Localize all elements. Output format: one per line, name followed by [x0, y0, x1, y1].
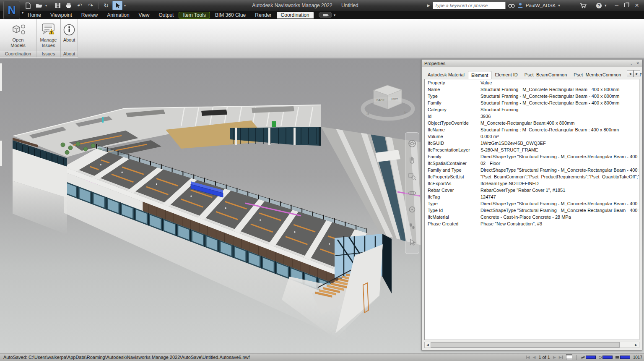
table-row[interactable]: IfcMaterialConcrete - Cast-in-Place Conc…: [425, 214, 639, 220]
refresh-button[interactable]: ↻: [101, 1, 111, 10]
print-button[interactable]: [64, 1, 73, 10]
compass-south-label[interactable]: S: [366, 111, 369, 116]
panel-close-icon[interactable]: ✕: [636, 61, 639, 65]
next-sheet-icon[interactable]: ▶: [553, 355, 556, 359]
select-tool-button[interactable]: [112, 1, 122, 10]
table-row[interactable]: Phase CreatedPhase "New Construction", #…: [425, 220, 639, 227]
about-button[interactable]: About: [61, 19, 78, 43]
table-row[interactable]: IfcPresentationLayerS-280-M_STRUCT_FRAME: [425, 146, 639, 153]
ribbon-display-camera-icon[interactable]: [319, 12, 332, 18]
first-sheet-icon[interactable]: ◀: [526, 355, 530, 359]
open-models-button[interactable]: Open Models: [6, 19, 30, 48]
hscroll-right-icon[interactable]: ▶: [633, 343, 639, 347]
property-name: IfcSpatialContainer: [425, 160, 480, 167]
ribbon-tab-output[interactable]: Output: [154, 12, 178, 18]
search-binoculars-icon[interactable]: [508, 3, 515, 8]
infocenter-expand-icon[interactable]: ▶: [427, 3, 430, 8]
tab-scroll-right-icon[interactable]: ▶: [634, 70, 640, 77]
autosave-status-text: AutoSaved: C:\Users\walkerpa\AppData\Roa…: [0, 355, 526, 360]
properties-tab-element[interactable]: Element: [468, 71, 491, 79]
minimize-button[interactable]: ─: [615, 3, 618, 8]
ribbon-options-dropdown-icon[interactable]: ▾: [334, 13, 336, 17]
building-model-3d[interactable]: [0, 58, 421, 353]
save-button[interactable]: [53, 1, 62, 10]
table-row[interactable]: Rebar CoverRebarCoverType "Rebar Cover 1…: [425, 187, 639, 194]
new-file-button[interactable]: [23, 1, 33, 10]
pan-hand-icon[interactable]: [408, 155, 417, 165]
compass-east-label[interactable]: E: [404, 110, 407, 115]
select-dropdown-icon[interactable]: ▾: [124, 4, 126, 8]
hscroll-thumb[interactable]: [431, 342, 620, 348]
restore-button[interactable]: [624, 3, 629, 8]
table-row[interactable]: Type IdDirectShapeType "Structural Frami…: [425, 207, 639, 214]
search-input[interactable]: [433, 2, 506, 9]
help-icon[interactable]: ?: [596, 3, 602, 9]
viewcube-face-left-label[interactable]: LEFT: [391, 98, 398, 101]
application-menu-button[interactable]: N ▾: [3, 1, 20, 19]
manage-issues-button[interactable]: Manage Issues: [37, 19, 60, 48]
navigation-bar[interactable]: [405, 132, 419, 254]
properties-tab-element-id[interactable]: Element ID: [491, 71, 521, 79]
ribbon-tab-render[interactable]: Render: [251, 12, 275, 18]
look-around-icon[interactable]: [408, 205, 417, 214]
app-store-cart-icon[interactable]: [579, 3, 587, 8]
table-row[interactable]: IfcExportAsIfcBeamType.NOTDEFINED: [425, 180, 639, 187]
last-sheet-icon[interactable]: ▶: [559, 355, 563, 359]
table-row[interactable]: CategoryStructural Framing: [425, 106, 639, 113]
select-arrow-icon[interactable]: [408, 238, 417, 247]
redo-button[interactable]: ↷: [86, 1, 95, 10]
panel-position-icon[interactable]: ⌄: [630, 61, 633, 65]
table-row[interactable]: TypeStructural Framing - M_Concrete-Rect…: [425, 93, 639, 99]
steering-wheel-icon[interactable]: [408, 139, 417, 148]
properties-tab-pset_beamcommon[interactable]: Pset_BeamCommon: [521, 71, 571, 79]
table-row[interactable]: IfcNameStructural Framing : M_Concrete-R…: [425, 126, 639, 133]
ribbon-tab-viewpoint[interactable]: Viewpoint: [46, 12, 76, 18]
properties-panel-header[interactable]: Properties ⌄ ✕: [422, 60, 642, 67]
zoom-window-icon[interactable]: [408, 172, 417, 181]
walk-icon[interactable]: [408, 222, 417, 231]
pencil-progress-indicator: [581, 356, 596, 359]
table-row[interactable]: FamilyStructural Framing - M_Concrete-Re…: [425, 99, 639, 106]
tab-scroll-left-icon[interactable]: ◀: [627, 70, 634, 77]
sheet-browser-icon[interactable]: [566, 354, 572, 360]
table-row[interactable]: IfcPropertySetList"Pset_BeamCommon";"Pse…: [425, 173, 639, 180]
properties-tab-pset_membercommon[interactable]: Pset_MemberCommon: [570, 71, 624, 79]
properties-hscrollbar[interactable]: ◀ ▶: [424, 342, 639, 348]
table-row[interactable]: NameStructural Framing - M_Concrete-Rect…: [425, 86, 639, 93]
viewcube-face-back-label[interactable]: BACK: [377, 99, 384, 102]
ribbon-tab-animation[interactable]: Animation: [103, 12, 133, 18]
table-row[interactable]: Family and TypeDirectShapeType "Structur…: [425, 167, 639, 173]
signed-in-user[interactable]: PaulW_ADSK: [526, 3, 556, 8]
table-row[interactable]: Volume0.000 m³: [425, 133, 639, 140]
property-value: 02 - Floor: [480, 160, 639, 167]
ribbon-tab-bim-360-glue[interactable]: BIM 360 Glue: [211, 12, 250, 18]
close-button[interactable]: ✕: [635, 3, 639, 8]
previous-sheet-icon[interactable]: ◀: [532, 355, 535, 359]
ribbon-tab-review[interactable]: Review: [77, 12, 102, 18]
ribbon-tab-home[interactable]: Home: [23, 12, 45, 18]
table-row[interactable]: IfcGUID1WrzGm1SD2ev45B_OWQ3EF: [425, 140, 639, 146]
undo-button[interactable]: ↶: [75, 1, 84, 10]
properties-tab-autodesk-material[interactable]: Autodesk Material: [424, 71, 468, 79]
property-value: Value: [480, 79, 639, 86]
property-name: IfcPresentationLayer: [425, 146, 480, 153]
view-cube[interactable]: BACK LEFT S E: [359, 75, 422, 130]
orbit-icon[interactable]: [408, 188, 417, 198]
user-avatar-icon[interactable]: [517, 3, 523, 8]
table-row[interactable]: TypeDirectShapeType "Structural Framing …: [425, 200, 639, 207]
table-row[interactable]: Id3936: [425, 113, 639, 120]
hscroll-left-icon[interactable]: ◀: [425, 343, 431, 347]
table-row[interactable]: ObjectTypeOverrideM_Concrete-Rectangular…: [425, 120, 639, 126]
ribbon-tab-view[interactable]: View: [135, 12, 154, 18]
table-row[interactable]: IfcTag124747: [425, 194, 639, 200]
property-name: IfcExportAs: [425, 180, 480, 187]
open-dropdown-icon[interactable]: ▾: [45, 4, 47, 8]
table-row[interactable]: FamilyDirectShapeType "Structural Framin…: [425, 153, 639, 160]
property-value: "Pset_BeamCommon";"Pset_ProductRequireme…: [480, 173, 639, 180]
ribbon-tab-coordination[interactable]: Coordination: [277, 12, 314, 18]
ribbon-tab-item-tools[interactable]: Item Tools: [179, 12, 210, 18]
help-dropdown-icon[interactable]: ▾: [605, 3, 607, 8]
table-row[interactable]: IfcSpatialContainer02 - Floor: [425, 160, 639, 167]
user-menu-dropdown-icon[interactable]: ▾: [558, 3, 560, 8]
open-file-button[interactable]: [34, 1, 44, 10]
